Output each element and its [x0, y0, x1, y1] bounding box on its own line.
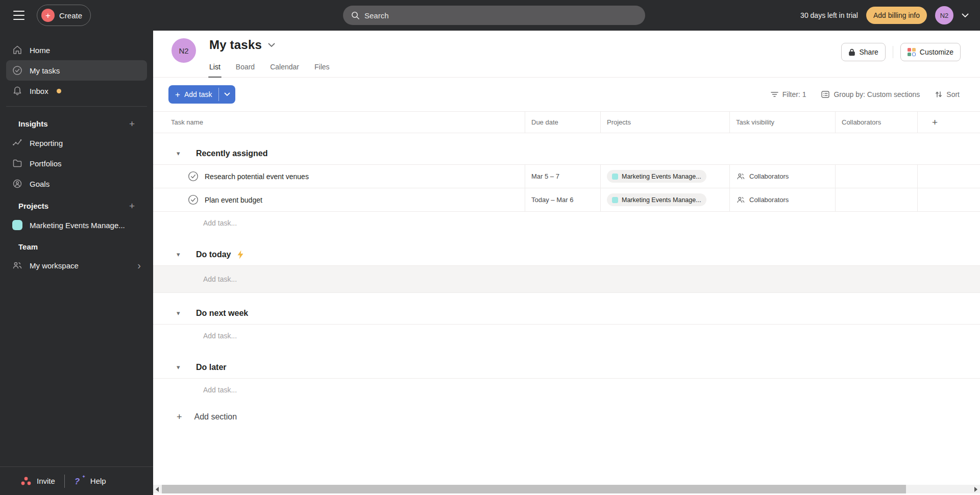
- sort-arrows-icon: [935, 91, 942, 98]
- sidebar-section-insights: Insights +: [6, 112, 147, 133]
- sort-label: Sort: [946, 90, 960, 98]
- add-task-inline[interactable]: Add task...: [153, 379, 980, 401]
- collaborators-cell[interactable]: [836, 165, 918, 188]
- column-header-task-name[interactable]: Task name: [153, 112, 525, 133]
- add-task-inline[interactable]: Add task...: [153, 266, 980, 293]
- task-visibility-cell[interactable]: Collaborators: [730, 188, 836, 211]
- section-header[interactable]: ▾ Do next week: [153, 302, 980, 325]
- scroll-left-arrow[interactable]: [153, 485, 161, 493]
- section-name: Do later: [196, 363, 227, 372]
- add-billing-info-button[interactable]: Add billing info: [866, 7, 927, 24]
- projects-cell[interactable]: Marketing Events Manage...: [601, 188, 730, 211]
- sidebar-item-my-workspace[interactable]: My workspace ›: [6, 255, 147, 276]
- project-pill: Marketing Events Manage...: [607, 193, 706, 206]
- collapse-triangle-icon[interactable]: ▾: [177, 251, 184, 258]
- column-header-collaborators[interactable]: Collaborators: [836, 112, 918, 133]
- tab-files[interactable]: Files: [314, 63, 330, 77]
- filter-button[interactable]: Filter: 1: [771, 90, 806, 98]
- footer-divider: [64, 475, 65, 488]
- complete-check-circle-icon[interactable]: [188, 171, 199, 182]
- add-column-button[interactable]: +: [918, 112, 980, 133]
- column-header-task-visibility[interactable]: Task visibility: [730, 112, 836, 133]
- tab-board[interactable]: Board: [236, 63, 255, 77]
- page-title-row[interactable]: My tasks: [209, 38, 275, 52]
- sidebar-item-my-tasks[interactable]: My tasks: [6, 60, 147, 81]
- task-row[interactable]: Plan event budget Today – Mar 6 Marketin…: [153, 188, 980, 212]
- scroll-right-arrow[interactable]: [972, 485, 980, 493]
- section-header[interactable]: ▾ Recently assigned: [153, 142, 980, 165]
- add-section-button[interactable]: + Add section: [153, 412, 980, 422]
- filter-label: Filter: 1: [782, 90, 806, 98]
- visibility-label: Collaborators: [749, 196, 789, 204]
- create-button[interactable]: + Create: [37, 5, 91, 26]
- collapse-triangle-icon[interactable]: ▾: [177, 150, 184, 157]
- task-row[interactable]: Research potential event venues Mar 5 – …: [153, 165, 980, 188]
- tab-list[interactable]: List: [209, 63, 220, 77]
- reporting-chart-icon: [12, 138, 22, 148]
- help-sparkle-icon: ? ✦: [74, 476, 85, 487]
- sidebar-item-inbox[interactable]: Inbox: [6, 81, 147, 101]
- group-by-button[interactable]: Group by: Custom sections: [821, 90, 920, 98]
- customize-grid-icon: [908, 48, 916, 56]
- section-do-today: ▾ Do today Add task...: [153, 243, 980, 293]
- customize-button[interactable]: Customize: [900, 43, 961, 61]
- sidebar-item-home[interactable]: Home: [6, 40, 147, 60]
- scrollbar-thumb[interactable]: [162, 485, 906, 493]
- task-name-cell: Plan event budget: [153, 188, 525, 211]
- add-task-inline[interactable]: Add task...: [153, 212, 980, 234]
- column-header-due-date[interactable]: Due date: [525, 112, 601, 133]
- section-title: Insights: [18, 119, 48, 128]
- search-input[interactable]: Search: [343, 6, 645, 25]
- title-chevron-down-icon[interactable]: [268, 43, 275, 47]
- invite-button[interactable]: Invite: [20, 476, 55, 486]
- help-button[interactable]: ? ✦ Help: [74, 476, 106, 487]
- complete-check-circle-icon[interactable]: [188, 194, 199, 205]
- main-content: N2 My tasks List Board Calendar Files Sh…: [153, 31, 980, 495]
- visibility-value: Collaborators: [736, 172, 789, 181]
- lightning-bolt-icon: [237, 250, 244, 259]
- sidebar-item-portfolios[interactable]: Portfolios: [6, 153, 147, 174]
- help-label: Help: [90, 477, 106, 485]
- sort-button[interactable]: Sort: [935, 90, 960, 98]
- add-project-button[interactable]: +: [129, 201, 135, 211]
- folder-icon: [12, 158, 22, 168]
- page-avatar[interactable]: N2: [172, 38, 196, 63]
- add-task-inline[interactable]: Add task...: [153, 325, 980, 347]
- collaborators-cell[interactable]: [836, 188, 918, 211]
- horizontal-scrollbar[interactable]: [153, 485, 980, 493]
- share-label: Share: [860, 48, 878, 56]
- extra-cell: [918, 188, 980, 211]
- add-task-label: Add task: [184, 90, 212, 98]
- sidebar-item-goals[interactable]: Goals: [6, 174, 147, 194]
- section-name: Do next week: [196, 309, 248, 318]
- plus-icon: +: [175, 90, 180, 99]
- sidebar-item-project-marketing-events[interactable]: Marketing Events Manage...: [6, 215, 147, 235]
- add-task-menu-button[interactable]: [219, 85, 235, 104]
- projects-cell[interactable]: Marketing Events Manage...: [601, 165, 730, 188]
- due-date-cell[interactable]: Today – Mar 6: [525, 188, 601, 211]
- user-avatar[interactable]: N2: [935, 6, 953, 24]
- sidebar-toggle-icon[interactable]: [12, 10, 26, 20]
- section-header[interactable]: ▾ Do later: [153, 356, 980, 379]
- due-date-cell[interactable]: Mar 5 – 7: [525, 165, 601, 188]
- sidebar-item-reporting[interactable]: Reporting: [6, 133, 147, 153]
- section-header[interactable]: ▾ Do today: [153, 243, 980, 266]
- section-name: Do today: [196, 250, 231, 259]
- task-visibility-cell[interactable]: Collaborators: [730, 165, 836, 188]
- chevron-down-icon: [224, 92, 230, 96]
- column-header-projects[interactable]: Projects: [601, 112, 730, 133]
- project-color-dot: [612, 197, 618, 203]
- collapse-triangle-icon[interactable]: ▾: [177, 309, 184, 317]
- add-insight-button[interactable]: +: [129, 119, 135, 129]
- invite-label: Invite: [37, 477, 55, 485]
- collapse-triangle-icon[interactable]: ▾: [177, 363, 184, 371]
- tab-calendar[interactable]: Calendar: [270, 63, 299, 77]
- expand-workspace-chevron-right-icon[interactable]: ›: [137, 260, 141, 270]
- share-button[interactable]: Share: [841, 43, 886, 61]
- account-menu-chevron-down-icon[interactable]: [962, 13, 969, 18]
- avatar-initials: N2: [940, 12, 949, 19]
- view-tabs: List Board Calendar Files: [209, 63, 330, 77]
- due-date: Today – Mar 6: [531, 196, 573, 204]
- project-pill: Marketing Events Manage...: [607, 170, 706, 183]
- add-task-button[interactable]: + Add task: [168, 85, 218, 104]
